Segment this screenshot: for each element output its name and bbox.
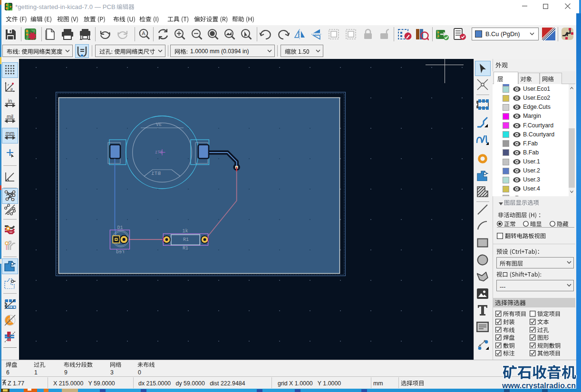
svg-text:in: in [8,98,12,104]
svg-text:mil: mil [7,114,13,119]
svg-text:θ: θ [10,87,13,92]
svg-text:r: r [8,83,10,87]
svg-text:mm: mm [6,130,14,136]
svg-text:A: A [142,30,145,36]
